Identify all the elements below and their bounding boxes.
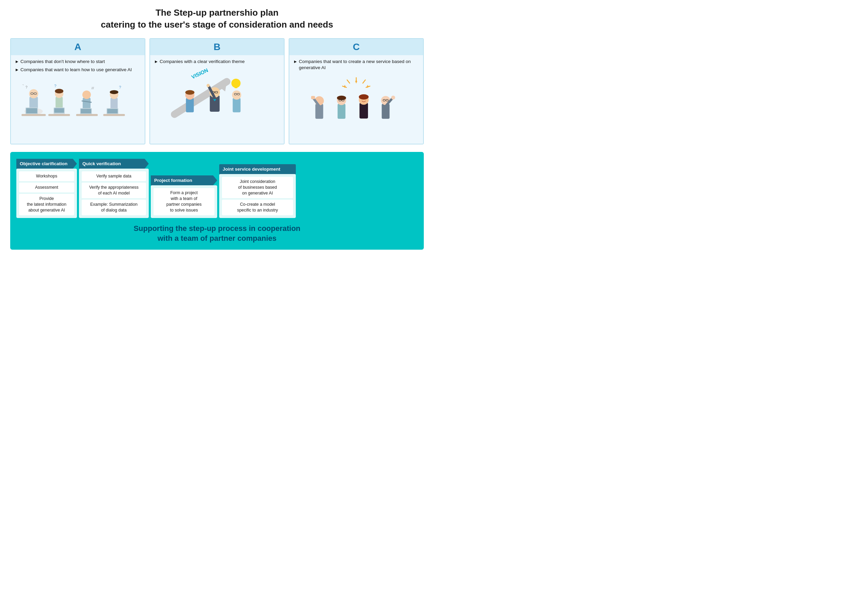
svg-text:?: ?	[54, 84, 56, 88]
column-c-body: Companies that want to create a new serv…	[289, 55, 423, 144]
svg-rect-24	[76, 114, 98, 116]
svg-text:~: ~	[22, 83, 24, 87]
step-4: Joint service development Joint consider…	[219, 164, 296, 218]
column-c-header: C	[289, 39, 423, 55]
svg-point-47	[185, 90, 194, 95]
svg-rect-11	[56, 97, 63, 109]
svg-text:///: ///	[91, 86, 94, 90]
column-b: B Companies with a clear verification th…	[149, 38, 285, 145]
step-1-body: Workshops Assessment Provide the latest …	[16, 169, 77, 218]
step-1-item-3: Provide the latest information about gen…	[19, 194, 74, 215]
step-4-item-2: Co-create a model specific to an industr…	[222, 200, 293, 215]
column-a-bullet-1: Companies that don't know where to start	[16, 59, 140, 65]
svg-rect-23	[81, 109, 91, 113]
column-c-bullets: Companies that want to create a new serv…	[294, 59, 418, 71]
step-2-item-3: Example: Summarization of dialog data	[82, 200, 146, 215]
svg-line-54	[347, 80, 350, 83]
main-title: The Step-up partnershio plan catering to…	[10, 7, 424, 31]
step-1-item-2: Assessment	[19, 183, 74, 193]
svg-point-77	[391, 95, 395, 100]
step-1-header: Objective clarification	[16, 159, 77, 169]
step-3-body: Form a project with a team of partner co…	[151, 185, 217, 218]
step-2-body: Verify sample data Verify the appropriat…	[79, 169, 149, 218]
illustration-a-svg: ? ~ ?	[16, 78, 140, 131]
svg-point-49	[232, 90, 241, 100]
svg-text:?: ?	[26, 85, 28, 89]
svg-rect-9	[26, 108, 37, 113]
step-4-header: Joint service development	[219, 164, 296, 174]
step-1: Objective clarification Workshops Assess…	[16, 159, 77, 218]
svg-rect-64	[338, 104, 346, 118]
svg-rect-10	[22, 114, 46, 116]
column-a: A Companies that don't know where to sta…	[10, 38, 145, 145]
svg-point-35	[231, 79, 241, 88]
svg-point-27	[110, 90, 118, 94]
column-b-header: B	[150, 39, 284, 55]
svg-rect-45	[186, 98, 194, 112]
column-c: C Companies that want to create a new se…	[289, 38, 424, 145]
page-container: The Step-up partnershio plan catering to…	[0, 0, 434, 253]
svg-point-66	[337, 95, 346, 100]
step-3-header: Project formation	[151, 176, 217, 185]
svg-rect-31	[103, 114, 125, 116]
column-b-bullets: Companies with a clear verification them…	[155, 59, 279, 65]
svg-marker-58	[367, 85, 369, 88]
column-b-bullet-1: Companies with a clear verification them…	[155, 59, 279, 65]
svg-rect-16	[54, 108, 64, 112]
column-b-body: Companies with a clear verification them…	[150, 55, 284, 144]
svg-rect-63	[311, 96, 315, 99]
column-a-body: Companies that don't know where to start…	[11, 55, 145, 144]
step-1-item-1: Workshops	[19, 171, 74, 181]
step-2-item-1: Verify sample data	[82, 171, 146, 181]
column-a-bullets: Companies that don't know where to start…	[16, 59, 140, 73]
svg-text:VISION: VISION	[191, 67, 209, 80]
svg-rect-30	[107, 109, 118, 113]
svg-rect-48	[233, 98, 241, 112]
top-section: A Companies that don't know where to sta…	[10, 38, 424, 145]
bottom-tagline: Supporting the step-up process in cooper…	[16, 224, 418, 244]
step-4-body: Joint consideration of businesses based …	[219, 174, 296, 218]
svg-rect-18	[83, 97, 91, 109]
svg-point-71	[359, 94, 369, 99]
svg-point-2	[29, 89, 38, 98]
illustration-b-svg: VISION	[155, 67, 279, 122]
svg-marker-57	[355, 79, 357, 84]
bottom-section: Objective clarification Workshops Assess…	[10, 152, 424, 250]
step-2-item-2: Verify the appropriateness of each AI mo…	[82, 183, 146, 198]
svg-rect-1	[29, 97, 38, 109]
step-3: Project formation Form a project with a …	[151, 176, 217, 218]
column-c-illustration	[294, 74, 418, 128]
staircase: Objective clarification Workshops Assess…	[16, 159, 418, 218]
svg-line-53	[363, 80, 366, 83]
svg-point-44	[207, 84, 210, 87]
step-2-header: Quick verification	[79, 159, 149, 169]
step-3-item-1: Form a project with a team of partner co…	[153, 188, 214, 215]
svg-rect-25	[111, 97, 118, 109]
svg-point-19	[82, 90, 91, 99]
column-a-illustration: ? ~ ?	[16, 76, 140, 131]
column-c-bullet-1: Companies that want to create a new serv…	[294, 59, 418, 71]
step-2: Quick verification Verify sample data Ve…	[79, 159, 149, 218]
svg-marker-59	[344, 85, 346, 88]
column-a-header: A	[11, 39, 145, 55]
svg-text:?: ?	[119, 85, 121, 89]
column-a-bullet-2: Companies that want to learn how to use …	[16, 67, 140, 73]
step-4-item-1: Joint consideration of businesses based …	[222, 177, 293, 198]
column-b-illustration: VISION	[155, 67, 279, 122]
illustration-c-svg	[294, 74, 418, 128]
svg-point-13	[55, 89, 63, 93]
svg-rect-69	[360, 103, 368, 118]
svg-rect-17	[48, 114, 70, 116]
